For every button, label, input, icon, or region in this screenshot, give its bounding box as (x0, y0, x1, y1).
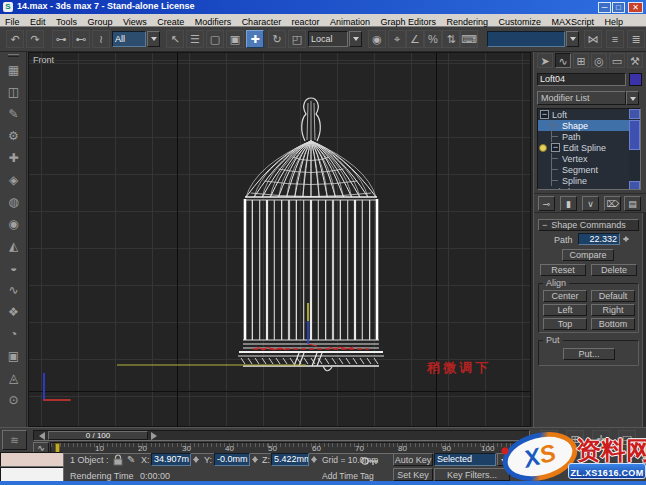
app-icon[interactable]: S (3, 2, 13, 12)
modifier-stack[interactable]: Loft Shape Path Edit Spline Vertex Segme… (537, 108, 641, 190)
scroll-up-icon[interactable] (629, 109, 640, 119)
compare-button[interactable]: Compare (562, 249, 614, 261)
tab-hierarchy-icon[interactable]: ⊞ (573, 53, 589, 68)
reactor-tool-icon-8[interactable]: ◉ (0, 213, 27, 235)
reactor-tool-icon-1[interactable]: ▦ (0, 59, 27, 81)
window-crossing-icon[interactable]: ▣ (226, 30, 244, 48)
scroll-thumb[interactable] (629, 120, 640, 150)
z-coordinate-field[interactable]: 5.422mm (271, 453, 309, 466)
absolute-mode-icon[interactable]: ✎ (127, 454, 135, 465)
path-value-field[interactable]: 22.332 (578, 233, 620, 245)
time-slider-right-arrow[interactable] (151, 432, 161, 440)
object-name-field[interactable]: Loft04 (537, 73, 626, 86)
time-slider-handle[interactable]: 0 / 100 (48, 431, 148, 440)
key-selection-dropdown[interactable]: Selected (434, 453, 496, 466)
reactor-tool-icon-16[interactable]: ⊙ (0, 389, 27, 411)
align-top-button[interactable]: Top (543, 318, 587, 330)
align-default-button[interactable]: Default (591, 290, 635, 302)
lock-selection-icon[interactable] (113, 454, 123, 466)
show-end-result-icon[interactable]: ▮ (560, 196, 577, 211)
selection-filter-arrow[interactable] (147, 31, 160, 47)
angle-snap-icon[interactable]: ∠ (406, 30, 424, 48)
front-viewport[interactable]: Front 稍微调下 (28, 52, 531, 427)
delete-button[interactable]: Delete (591, 264, 637, 276)
tab-utilities-icon[interactable]: ⚒ (627, 53, 643, 68)
tab-motion-icon[interactable]: ◎ (591, 53, 607, 68)
align-right-button[interactable]: Right (591, 304, 635, 316)
stack-scrollbar[interactable] (629, 109, 640, 190)
set-key-button[interactable]: Set Key (393, 468, 433, 481)
toolbar-grip[interactable] (8, 54, 19, 57)
x-spinner[interactable] (192, 453, 200, 466)
unlink-selection-icon[interactable]: ⊷ (72, 30, 90, 48)
key-filters-button[interactable]: Key Filters... (434, 468, 510, 481)
stack-item-circle[interactable]: Circle (538, 186, 630, 190)
put-button[interactable]: Put... (563, 348, 615, 360)
stack-item-spline[interactable]: Spline (538, 175, 630, 186)
stack-item-segment[interactable]: Segment (538, 164, 630, 175)
z-spinner[interactable] (310, 453, 318, 466)
reactor-tool-icon-6[interactable]: ◈ (0, 169, 27, 191)
use-pivot-center-icon[interactable]: ◉ (368, 30, 386, 48)
reactor-tool-icon-4[interactable]: ⚙ (0, 125, 27, 147)
tab-create-icon[interactable]: ➤ (537, 53, 553, 68)
rectangular-selection-region-icon[interactable]: ▢ (206, 30, 224, 48)
close-button[interactable]: ✕ (628, 2, 643, 13)
mirror-icon[interactable]: ⋈ (584, 30, 602, 48)
remove-modifier-icon[interactable]: ⌦ (604, 196, 621, 211)
snap-toggle-icon[interactable]: ⌖ (388, 30, 406, 48)
make-unique-icon[interactable]: ∨ (582, 196, 599, 211)
rollout-shape-commands[interactable]: − Shape Commands (538, 219, 639, 231)
maximize-button[interactable]: □ (612, 2, 625, 13)
tab-display-icon[interactable]: ▭ (609, 53, 625, 68)
align-left-button[interactable]: Left (543, 304, 587, 316)
select-and-link-icon[interactable]: ⊶ (52, 30, 70, 48)
pin-stack-icon[interactable]: ⊸ (538, 196, 555, 211)
y-spinner[interactable] (251, 453, 259, 466)
align-bottom-button[interactable]: Bottom (591, 318, 635, 330)
align-icon[interactable]: ≡ (606, 30, 624, 48)
select-by-name-icon[interactable]: ☰ (186, 30, 204, 48)
select-and-rotate-icon[interactable]: ↻ (268, 30, 286, 48)
align-center-button[interactable]: Center (543, 290, 587, 302)
reactor-tool-icon-5[interactable]: ✚ (0, 147, 27, 169)
reactor-tool-icon-11[interactable]: ∿ (0, 279, 27, 301)
time-slider-track[interactable]: 0 / 100 (33, 430, 530, 441)
undo-icon[interactable]: ↶ (6, 30, 24, 48)
tab-modify-icon[interactable]: ∿ (555, 53, 571, 68)
select-and-scale-icon[interactable]: ◰ (288, 30, 306, 48)
listener-white-box[interactable] (0, 467, 64, 482)
collapse-icon[interactable] (551, 143, 560, 152)
viewport-label[interactable]: Front (33, 55, 54, 65)
selection-filter-dropdown[interactable]: All (112, 31, 146, 47)
reactor-tool-icon-3[interactable]: ✎ (0, 103, 27, 125)
redo-icon[interactable]: ↷ (26, 30, 44, 48)
keyboard-shortcut-override-icon[interactable]: ⌨ (460, 30, 478, 48)
reactor-tool-icon-9[interactable]: ◭ (0, 235, 27, 257)
reactor-tool-icon-10[interactable]: ◒ (0, 257, 27, 279)
spinner-snap-icon[interactable]: ⇅ (442, 30, 460, 48)
select-object-icon[interactable]: ↖ (166, 30, 184, 48)
stack-item-path[interactable]: Path (538, 131, 630, 142)
time-slider-left-arrow[interactable] (35, 432, 45, 440)
stack-item-loft[interactable]: Loft (538, 109, 630, 120)
reactor-tool-icon-12[interactable]: ❖ (0, 301, 27, 323)
x-coordinate-field[interactable]: 34.907m (151, 453, 191, 466)
panel-scrollbar[interactable] (642, 213, 646, 427)
object-color-swatch[interactable] (629, 73, 642, 86)
layer-manager-icon[interactable]: ≣ (627, 30, 645, 48)
maxscript-listener-icon[interactable]: ≋ (2, 430, 27, 450)
modifier-list-dropdown[interactable]: Modifier List (537, 91, 626, 105)
scroll-down-icon[interactable] (629, 181, 640, 190)
visibility-bulb-icon[interactable] (539, 144, 547, 152)
reference-coordinate-arrow[interactable] (349, 31, 362, 47)
collapse-icon[interactable] (540, 110, 549, 119)
reactor-tool-icon-14[interactable]: ▣ (0, 345, 27, 367)
modifier-list-arrow[interactable] (626, 91, 639, 105)
set-key-mode-icon[interactable] (360, 456, 380, 467)
named-selection-sets-arrow[interactable] (566, 31, 579, 47)
reference-coordinate-dropdown[interactable]: Local (308, 31, 348, 47)
stack-item-shape[interactable]: Shape (538, 120, 630, 131)
percent-snap-icon[interactable]: % (424, 30, 442, 48)
reactor-tool-icon-13[interactable]: ◔ (0, 323, 27, 345)
